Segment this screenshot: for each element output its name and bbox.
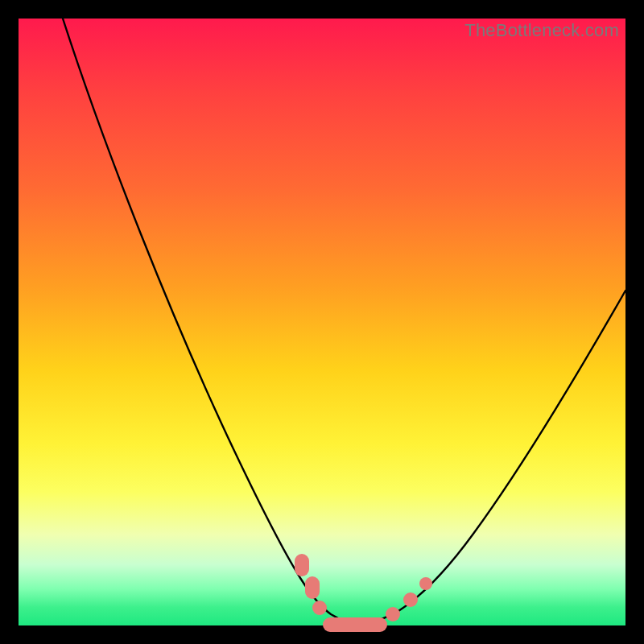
plot-area: TheBottleneck.com [19,19,625,625]
curve-right-branch [347,291,625,625]
marker-dot [419,577,432,590]
marker-dot [295,554,309,576]
watermark-text: TheBottleneck.com [464,20,619,41]
marker-dot [305,576,320,599]
marker-capsule [323,617,387,632]
marker-dot [403,592,418,607]
marker-dot [386,607,400,621]
marker-dot [312,601,327,615]
chart-frame: TheBottleneck.com [0,0,644,644]
bottleneck-curve [19,19,625,625]
curve-left-branch [63,19,365,625]
